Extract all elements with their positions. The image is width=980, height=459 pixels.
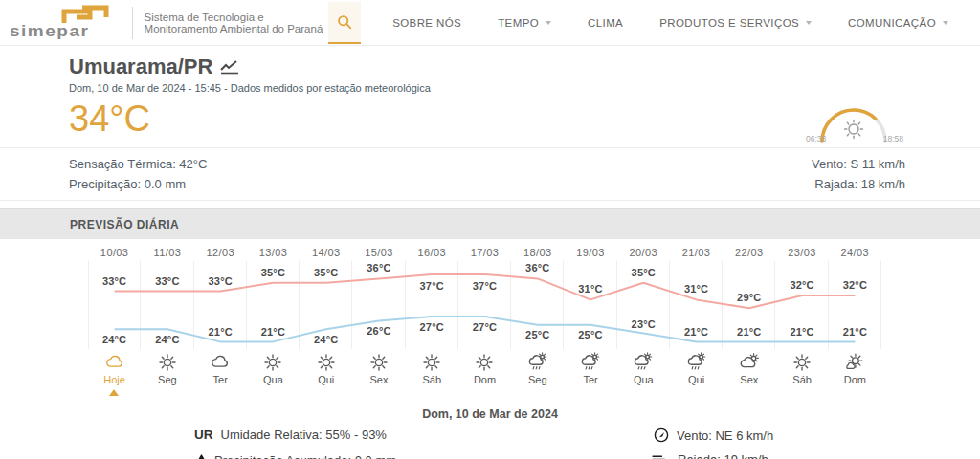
forecast-chart-svg: 33°C33°C33°C35°C35°C36°C37°C37°C36°C31°C… — [88, 261, 881, 349]
site-header: simepar Sistema de Tecnologia e Monitora… — [0, 0, 980, 46]
nav-item-label: COMUNICAÇÃO — [848, 17, 936, 29]
forecast-date-label: 10/03 — [88, 247, 141, 258]
max-temp-label: 33°C — [155, 275, 179, 287]
max-temp-label: 35°C — [261, 267, 285, 278]
rain-icon — [527, 352, 548, 373]
forecast-day-22-03[interactable]: Sex — [723, 352, 775, 385]
min-temp-label: 24°C — [314, 334, 338, 345]
forecast-day-14-03[interactable]: Qui — [300, 352, 352, 385]
day-label: Sáb — [792, 374, 812, 385]
min-temp-label: 21°C — [737, 326, 761, 338]
humidity-value: Umidade Relativa: 55% - 93% — [221, 427, 387, 442]
sun-icon — [157, 352, 178, 373]
chevron-down-icon — [806, 21, 812, 25]
day-label: Seg — [158, 374, 177, 385]
compass-icon — [654, 427, 669, 443]
max-temp-label: 37°C — [420, 280, 444, 292]
forecast-date-label: 14/03 — [300, 247, 352, 258]
sunrise-time: 06:33 — [806, 134, 826, 143]
daily-forecast: 10/0311/0312/0313/0314/0315/0316/0317/03… — [88, 239, 881, 396]
droplet-icon — [196, 453, 207, 459]
forecast-day-17-03[interactable]: Dom — [458, 352, 511, 385]
nav-item-2[interactable]: CLIMA — [569, 17, 641, 29]
min-temp-label: 21°C — [843, 326, 867, 338]
nav-item-label: TEMPO — [498, 17, 539, 29]
min-temp-label: 21°C — [209, 326, 233, 338]
nav-item-3[interactable]: PRODUTOS E SERVIÇOS — [641, 17, 830, 29]
forecast-day-19-03[interactable]: Ter — [564, 352, 616, 385]
forecast-day-24-03[interactable]: Dom — [829, 352, 881, 385]
forecast-day-21-03[interactable]: Qui — [670, 352, 723, 385]
wind-gust-icon — [652, 452, 670, 459]
forecast-date-label: 18/03 — [511, 247, 564, 258]
max-temp-label: 32°C — [790, 279, 813, 291]
chart-line-icon[interactable] — [220, 60, 239, 75]
nav-item-0[interactable]: SOBRE NÓS — [374, 17, 479, 29]
nav-item-label: CLIMA — [588, 17, 623, 29]
forecast-chart: 33°C33°C33°C35°C35°C36°C37°C37°C36°C31°C… — [88, 261, 881, 349]
partly-icon — [739, 352, 760, 373]
forecast-day-11-03[interactable]: Seg — [141, 352, 193, 385]
forecast-day-23-03[interactable]: Sáb — [775, 352, 828, 385]
day-label: Seg — [528, 374, 547, 385]
section-title: PREVISÃO DIÁRIA — [70, 218, 179, 231]
cloud-icon — [104, 352, 125, 373]
accum-precip-item: Precipitação Acumulada: 0.0 mm — [196, 453, 396, 459]
forecast-date-label: 22/03 — [723, 247, 775, 258]
accum-precip-value: Precipitação Acumulada: 0.0 mm — [214, 453, 396, 459]
forecast-date-label: 20/03 — [617, 247, 670, 258]
day-label: Qua — [263, 374, 283, 385]
simepar-logo[interactable]: simepar — [8, 3, 121, 43]
day-label: Sex — [369, 374, 388, 385]
min-temp-label: 25°C — [525, 329, 549, 340]
forecast-day-18-03[interactable]: Seg — [511, 352, 564, 385]
sun-icon — [316, 352, 337, 373]
max-temp-label: 32°C — [843, 279, 867, 291]
forecast-day-15-03[interactable]: Sex — [352, 352, 405, 385]
wind: Vento: S 11 km/h — [812, 154, 905, 174]
rain-icon — [580, 352, 601, 373]
gust-value: Rajada: 19 km/h — [678, 452, 768, 459]
day-label: Qui — [688, 374, 704, 385]
humidity-abbr: UR — [194, 427, 213, 442]
min-temp-label: 21°C — [790, 326, 813, 338]
search-button[interactable] — [328, 2, 361, 44]
day-label: Ter — [583, 374, 597, 385]
rain-icon — [686, 352, 707, 373]
max-temp-label: 36°C — [367, 262, 390, 273]
forecast-date-label: 19/03 — [564, 247, 616, 258]
forecast-date-label: 21/03 — [670, 247, 723, 258]
nav-item-4[interactable]: COMUNICAÇÃO — [830, 17, 967, 29]
max-temp-label: 36°C — [525, 262, 549, 273]
feels-like: Sensação Térmica: 42°C — [69, 154, 207, 174]
chevron-down-icon — [546, 21, 551, 25]
day-label: Dom — [474, 374, 496, 385]
forecast-dates-row: 10/0311/0312/0313/0314/0315/0316/0317/03… — [88, 239, 881, 261]
forecast-day-10-03[interactable]: Hoje — [88, 352, 141, 385]
current-conditions: Umuarama/PR Dom, 10 de Mar de 2024 - 15:… — [0, 46, 980, 94]
wind-item: Vento: NE 6 km/h — [654, 427, 773, 443]
max-temp-label: 33°C — [209, 275, 233, 287]
forecast-day-13-03[interactable]: Qua — [247, 352, 300, 385]
max-temp-label: 35°C — [632, 267, 656, 278]
min-temp-label: 23°C — [632, 318, 656, 330]
nav-item-1[interactable]: TEMPO — [479, 17, 569, 29]
min-temp-label: 21°C — [261, 326, 285, 338]
forecast-day-20-03[interactable]: Qua — [617, 352, 670, 385]
max-temp-label: 33°C — [102, 275, 126, 287]
day-label: Sex — [740, 374, 758, 385]
day-details: Dom, 10 de Mar de 2024 UR Umidade Relati… — [0, 396, 980, 459]
forecast-day-16-03[interactable]: Sáb — [406, 352, 458, 385]
logo-text: simepar — [10, 22, 89, 39]
min-temp-label: 24°C — [102, 334, 126, 345]
sun-icon — [262, 352, 283, 373]
max-temp-label: 31°C — [578, 283, 602, 295]
daily-forecast-band: PREVISÃO DIÁRIA — [0, 208, 980, 239]
sun-icon — [845, 120, 863, 139]
forecast-day-12-03[interactable]: Ter — [194, 352, 247, 385]
site-tagline: Sistema de Tecnologia e Monitoramento Am… — [145, 11, 329, 34]
current-stats: Sensação Térmica: 42°C Precipitação: 0.0… — [0, 147, 980, 201]
max-temp-label: 29°C — [737, 292, 761, 303]
station-datetime: Dom, 10 de Mar de 2024 - 15:45 - Dados m… — [69, 82, 980, 94]
min-temp-label: 26°C — [367, 325, 390, 337]
